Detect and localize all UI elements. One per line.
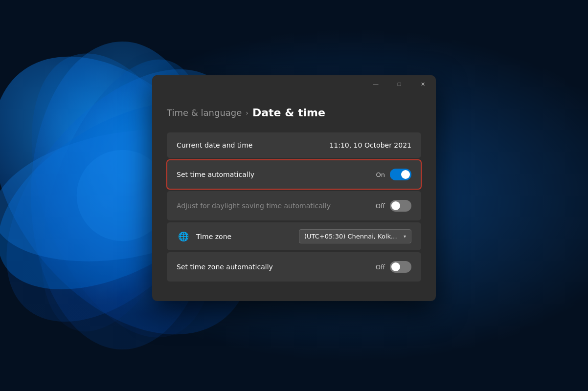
titlebar: — □ ✕ [152,75,436,93]
timezone-globe-icon: 🌐 [177,230,190,243]
set-time-auto-label: Set time automatically [177,171,254,178]
daylight-saving-toggle-label: Off [376,202,385,210]
minimize-button[interactable]: — [364,76,387,92]
set-time-auto-toggle[interactable] [390,169,411,180]
set-time-auto-row: Set time automatically On [167,160,421,189]
set-time-auto-right: On [376,169,411,180]
daylight-saving-label: Adjust for daylight saving time automati… [177,202,331,210]
window-content: Time & language › Date & time Current da… [152,93,436,301]
set-timezone-auto-toggle-label: Off [376,263,385,271]
toggle-thumb-2 [391,201,400,210]
set-timezone-auto-right: Off [376,261,411,273]
daylight-saving-toggle[interactable] [390,200,411,212]
maximize-button[interactable]: □ [388,76,410,92]
close-button[interactable]: ✕ [411,76,434,92]
settings-window: — □ ✕ Time & language › Date & time Curr… [152,75,436,301]
breadcrumb-parent[interactable]: Time & language [167,108,242,118]
chevron-down-icon: ▾ [404,234,406,239]
current-date-time-value: 11:10, 10 October 2021 [329,141,411,149]
breadcrumb-current: Date & time [252,107,325,119]
settings-container: Current date and time 11:10, 10 October … [167,132,421,282]
timezone-dropdown[interactable]: (UTC+05:30) Chennai, Kolkata, Mumbai, Ne… [299,229,411,243]
toggle-thumb [401,170,410,179]
timezone-row: 🌐 Time zone (UTC+05:30) Chennai, Kolkata… [167,222,421,250]
current-date-time-row: Current date and time 11:10, 10 October … [167,132,421,158]
daylight-saving-right: Off [376,200,411,212]
timezone-label: Time zone [196,233,293,240]
current-date-time-label: Current date and time [177,141,252,149]
breadcrumb-chevron-icon: › [246,109,249,117]
toggle-thumb-3 [391,262,400,271]
set-timezone-auto-toggle[interactable] [390,261,411,273]
daylight-saving-row: Adjust for daylight saving time automati… [167,191,421,220]
set-time-auto-toggle-label: On [376,171,385,178]
timezone-dropdown-value: (UTC+05:30) Chennai, Kolkata, Mumbai, Ne… [304,233,401,240]
set-timezone-auto-label: Set time zone automatically [177,263,273,271]
breadcrumb: Time & language › Date & time [167,107,421,119]
set-timezone-auto-row: Set time zone automatically Off [167,252,421,282]
